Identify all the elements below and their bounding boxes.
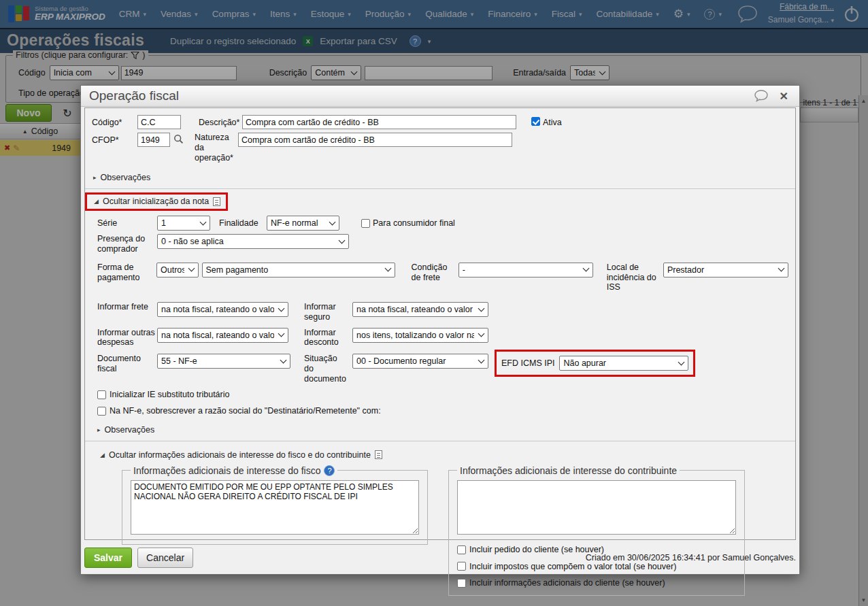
informar-outras-select[interactable]: na nota fiscal, rateando o valor e [157, 328, 288, 343]
chevron-down-icon [478, 331, 485, 337]
natureza-input[interactable] [238, 133, 512, 147]
informar-seguro-select[interactable]: na nota fiscal, rateando o valor e [352, 302, 488, 317]
chevron-down-icon [582, 265, 589, 272]
chevron-down-icon [188, 265, 195, 272]
informar-frete-label: Informar frete [97, 302, 157, 312]
cfop-input[interactable] [137, 133, 170, 147]
incluir-info-cliente-label: Incluir informações adicionais do client… [469, 578, 665, 588]
dialog-chat-icon[interactable] [754, 90, 769, 102]
documento-fiscal-select[interactable]: 55 - NF-e [157, 354, 290, 369]
local-iss-label: Local de incidência do ISS [607, 263, 663, 292]
created-info: Criado em 30/06/2025 16:34:41 por Samuel… [586, 553, 796, 562]
natureza-label: Natureza da operação* [195, 133, 238, 163]
operacao-fiscal-dialog: Operação fiscal ✕ Código* Descrição* Ati… [80, 85, 800, 575]
inicializar-ie-label: Inicializar IE substituto tributário [110, 390, 229, 400]
contribuinte-fieldset: Informações adicionais de interesse do c… [448, 465, 745, 596]
chevron-down-icon [280, 356, 287, 363]
condicao-frete-select[interactable]: - [458, 263, 593, 277]
save-button[interactable]: Salvar [84, 548, 132, 568]
sobrescrever-razao-checkbox[interactable] [97, 407, 106, 416]
ativa-label: Ativa [543, 115, 562, 128]
dialog-header: Operação fiscal ✕ [81, 86, 799, 107]
informar-frete-select[interactable]: na nota fiscal, rateando o valor e [157, 302, 288, 317]
chevron-down-icon [478, 356, 485, 363]
efd-icms-ipi-select[interactable]: Não apurar [559, 356, 688, 371]
situacao-documento-select[interactable]: 00 - Documento regular [352, 354, 488, 369]
forma-tipo-select[interactable]: Outros [156, 263, 198, 277]
serie-select[interactable]: 1 [157, 216, 210, 231]
sec-info-adicionais-toggle[interactable]: ◢ Ocultar informações adicionais de inte… [100, 450, 382, 460]
informar-desconto-label: Informar desconto [304, 328, 349, 348]
informar-seguro-label: Informar seguro [304, 302, 349, 322]
ativa-checkbox[interactable] [531, 117, 540, 126]
descricao-input[interactable] [242, 115, 516, 129]
help-icon[interactable]: ? [324, 465, 335, 476]
triangle-expanded-icon: ◢ [100, 452, 105, 458]
triangle-collapsed-icon: ▸ [93, 174, 97, 181]
forma-pagamento-select[interactable]: Sem pagamento [202, 263, 395, 277]
chevron-down-icon [329, 218, 336, 225]
close-icon[interactable]: ✕ [780, 90, 788, 103]
finalidade-label: Finalidade [219, 218, 267, 229]
descricao-label: Descrição* [199, 115, 242, 128]
contribuinte-textarea[interactable] [457, 480, 736, 535]
chevron-down-icon [278, 331, 285, 337]
condicao-frete-label: Condição de frete [412, 263, 458, 283]
codigo-input[interactable] [137, 115, 181, 129]
incluir-info-cliente-checkbox[interactable] [457, 579, 466, 588]
sec-inicializacao-nota-toggle[interactable]: ◢ Ocultar inicialização da nota [94, 197, 220, 206]
presenca-label: Presença do comprador [97, 234, 157, 254]
consumidor-final-checkbox[interactable] [361, 219, 370, 228]
document-icon[interactable] [213, 197, 220, 206]
inicializar-ie-checkbox[interactable] [97, 390, 106, 399]
informar-desconto-select[interactable]: nos itens, totalizando o valor na i [352, 328, 488, 343]
presenca-select[interactable]: 0 - não se aplica [157, 234, 349, 249]
dialog-form: Código* Descrição* Ativa CFOP* Natureza … [84, 107, 796, 540]
sobrescrever-razao-label: Na NF-e, sobrescrever a razão social do … [110, 406, 381, 416]
fisco-fieldset: Informações adicionais de interesse do f… [122, 465, 428, 545]
dialog-footer: Salvar Cancelar Criado em 30/06/2025 16:… [84, 545, 796, 570]
search-icon[interactable] [173, 134, 184, 144]
contribuinte-legend: Informações adicionais de interesse do c… [460, 465, 677, 476]
fisco-legend: Informações adicionais de interesse do f… [133, 465, 320, 476]
cfop-label: CFOP* [92, 133, 137, 146]
fisco-textarea[interactable]: DOCUMENTO EMITIDO POR ME OU EPP OPTANTE … [131, 480, 419, 535]
dialog-title: Operação fiscal [89, 88, 179, 103]
local-iss-select[interactable]: Prestador [663, 263, 788, 277]
chevron-down-icon [339, 237, 346, 243]
triangle-expanded-icon: ◢ [94, 198, 99, 205]
annotation-box-efd: EFD ICMS IPI Não apurar [495, 350, 695, 377]
triangle-collapsed-icon: ▸ [97, 426, 101, 433]
annotation-box-inicializacao: ◢ Ocultar inicialização da nota [85, 192, 228, 211]
situacao-documento-label: Situação do documento [304, 354, 349, 384]
codigo-label: Código* [92, 115, 137, 128]
chevron-down-icon [200, 218, 207, 225]
consumidor-final-label: Para consumidor final [373, 218, 455, 229]
observacoes-toggle-1[interactable]: ▸ Observações [93, 173, 150, 182]
observacoes-toggle-2[interactable]: ▸ Observações [97, 425, 154, 435]
chevron-down-icon [678, 358, 685, 365]
efd-icms-ipi-label: EFD ICMS IPI [501, 358, 554, 369]
documento-fiscal-label: Documento fiscal [97, 354, 157, 374]
chevron-down-icon [778, 265, 785, 272]
serie-label: Série [97, 218, 157, 229]
chevron-down-icon [384, 265, 391, 272]
finalidade-select[interactable]: NF-e normal [267, 216, 339, 231]
document-icon[interactable] [375, 450, 382, 459]
chevron-down-icon [278, 305, 285, 312]
chevron-down-icon [478, 305, 485, 312]
cancel-button[interactable]: Cancelar [137, 548, 193, 568]
forma-pagamento-label: Forma de pagamento [97, 263, 156, 283]
informar-outras-label: Informar outras despesas [97, 328, 157, 348]
